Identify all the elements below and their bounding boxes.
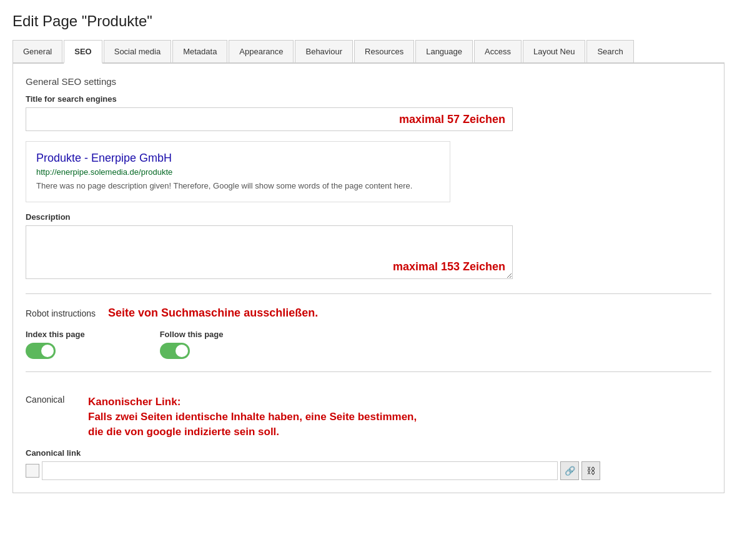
follow-toggle-group: Follow this page [160,330,224,359]
tab-access[interactable]: Access [474,40,522,62]
follow-label: Follow this page [160,330,224,339]
canonical-alert-line3: die die von google indizierte sein soll. [88,426,279,438]
canonical-row: Canonical Kanonischer Link: Falls zwei S… [26,395,711,445]
google-preview-title: Produkte - Enerpipe GmbH [36,152,440,165]
tab-metadata[interactable]: Metadata [172,40,227,62]
title-input[interactable] [26,107,513,131]
canonical-right: Kanonischer Link: Falls zwei Seiten iden… [88,395,711,445]
seo-content-panel: General SEO settings Title for search en… [12,64,725,493]
general-seo-title: General SEO settings [26,76,711,87]
index-label: Index this page [26,330,85,339]
page-title: Edit Page "Produkte" [12,12,725,30]
tab-bar: General SEO Social media Metadata Appear… [12,40,725,64]
canonical-section: Canonical Kanonischer Link: Falls zwei S… [26,385,711,479]
canonical-alert: Kanonischer Link: Falls zwei Seiten iden… [88,395,711,439]
general-seo-section: General SEO settings Title for search en… [26,76,711,281]
gear-icon: ⛓ [586,466,595,476]
canonical-input[interactable] [42,461,558,480]
tab-layout-neu[interactable]: Layout Neu [523,40,586,62]
robot-alert: Seite von Suchmaschine ausschließen. [108,307,318,320]
robot-label: Robot instructions [26,308,96,318]
canonical-left: Canonical [26,395,76,405]
tab-seo[interactable]: SEO [64,40,102,64]
google-preview-description: There was no page description given! The… [36,180,440,192]
canonical-link-icon-button[interactable]: 🔗 [560,461,579,480]
description-label: Description [26,212,711,222]
canonical-alert-line2: Falls zwei Seiten identische Inhalte hab… [88,411,417,423]
tab-resources[interactable]: Resources [354,40,414,62]
canonical-link-label: Canonical link [26,448,711,458]
index-toggle-knob [41,345,54,357]
title-input-wrapper: maximal 57 Zeichen [26,107,513,131]
tab-general[interactable]: General [12,40,62,62]
tab-language[interactable]: Language [415,40,473,62]
chain-icon: 🔗 [565,466,575,476]
follow-toggle[interactable] [160,343,190,359]
tab-behaviour[interactable]: Behaviour [295,40,353,62]
tab-search[interactable]: Search [586,40,633,62]
canonical-gear-icon-button[interactable]: ⛓ [581,461,600,480]
tab-social-media[interactable]: Social media [104,40,171,62]
canonical-label: Canonical [26,395,76,405]
index-toggle[interactable] [26,343,56,359]
description-wrapper: maximal 153 Zeichen [26,225,513,281]
toggle-section: Index this page Follow this page [26,330,711,359]
description-textarea[interactable] [26,225,513,279]
title-field-label: Title for search engines [26,94,711,104]
robot-row: Robot instructions Seite von Suchmaschin… [26,307,711,320]
divider-1 [26,293,711,294]
canonical-input-row: 🔗 ⛓ [26,461,600,480]
follow-toggle-knob [176,345,188,357]
divider-2 [26,371,711,372]
canonical-checkbox[interactable] [26,464,39,478]
robot-section: Robot instructions Seite von Suchmaschin… [26,307,711,359]
index-toggle-group: Index this page [26,330,85,359]
google-preview: Produkte - Enerpipe GmbH http://enerpipe… [26,141,450,202]
canonical-alert-line1: Kanonischer Link: [88,396,181,408]
google-preview-url: http://enerpipe.solemedia.de/produkte [36,167,440,177]
tab-appearance[interactable]: Appearance [229,40,294,62]
